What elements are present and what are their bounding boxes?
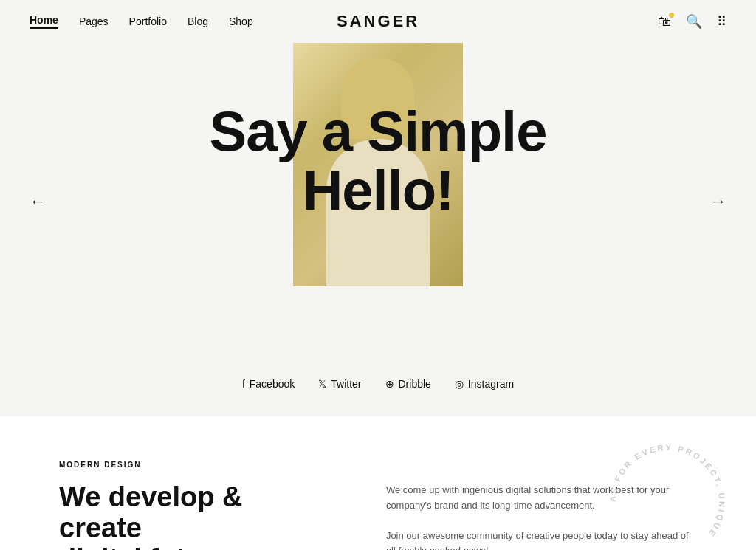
svg-text:AS FOR EVERY PROJECT. UNIQUE: AS FOR EVERY PROJECT. UNIQUE	[608, 443, 726, 540]
dribble-label: Dribble	[399, 378, 431, 390]
main-nav: Home Pages Portfolio Blog Shop	[30, 14, 253, 29]
social-twitter[interactable]: 𝕏 Twitter	[318, 378, 361, 390]
social-instagram[interactable]: ◎ Instagram	[455, 378, 514, 390]
social-facebook[interactable]: f Facebook	[242, 378, 295, 390]
hero-title-line2: Hello!	[210, 161, 547, 220]
dribble-icon: ⊕	[385, 378, 394, 390]
twitter-icon: 𝕏	[318, 378, 326, 390]
nav-portfolio[interactable]: Portfolio	[129, 16, 167, 27]
social-bar: f Facebook 𝕏 Twitter ⊕ Dribble ◎ Instagr…	[0, 360, 756, 416]
search-icon[interactable]: 🔍	[686, 13, 702, 30]
rotating-text-content: AS FOR EVERY PROJECT. UNIQUE	[608, 443, 726, 540]
facebook-icon: f	[242, 378, 245, 390]
heading-line2: digital future.	[59, 543, 237, 550]
facebook-label: Facebook	[250, 378, 295, 390]
instagram-icon: ◎	[455, 378, 464, 390]
nav-blog[interactable]: Blog	[188, 16, 208, 27]
cart-icon[interactable]: 🛍	[658, 14, 671, 30]
hero-next-button[interactable]: →	[710, 192, 726, 211]
hero-title: Say a Simple Hello!	[210, 102, 547, 220]
lower-left-content: MODERN DESIGN We develop & create digita…	[59, 461, 327, 550]
nav-pages[interactable]: Pages	[79, 16, 109, 27]
rotating-text-badge: AS FOR EVERY PROJECT. UNIQUE	[594, 428, 756, 550]
site-logo[interactable]: SANGER	[337, 12, 419, 31]
header: Home Pages Portfolio Blog Shop SANGER 🛍 …	[0, 0, 756, 43]
heading-line1: We develop & create	[59, 481, 242, 543]
hero-section: Say a Simple Hello! ← →	[0, 43, 756, 360]
nav-home[interactable]: Home	[30, 14, 58, 29]
header-actions: 🛍 🔍 ⠿	[658, 13, 726, 30]
hero-title-line1: Say a Simple	[210, 102, 547, 161]
lower-section: MODERN DESIGN We develop & create digita…	[0, 416, 756, 550]
instagram-label: Instagram	[468, 378, 514, 390]
grid-icon[interactable]: ⠿	[717, 13, 726, 30]
section-heading: We develop & create digital future.	[59, 482, 327, 550]
social-dribble[interactable]: ⊕ Dribble	[385, 378, 431, 390]
section-tag: MODERN DESIGN	[59, 461, 327, 469]
nav-shop[interactable]: Shop	[229, 16, 253, 27]
hero-prev-button[interactable]: ←	[30, 192, 46, 211]
twitter-label: Twitter	[331, 378, 361, 390]
